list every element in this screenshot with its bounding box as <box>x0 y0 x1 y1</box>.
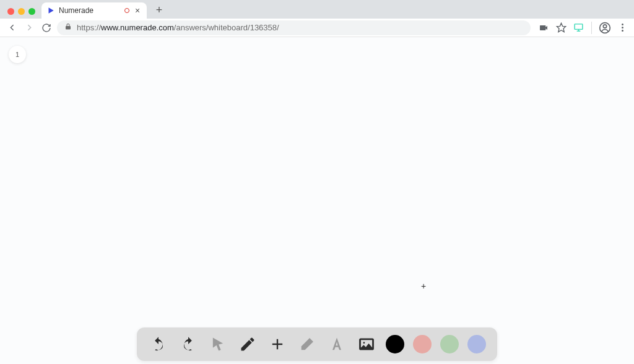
nav-back-button[interactable] <box>5 21 19 35</box>
add-tool-button[interactable] <box>267 334 288 355</box>
browser-menu-button[interactable] <box>615 24 629 32</box>
favicon-icon <box>46 6 55 15</box>
whiteboard-canvas[interactable]: 1 + <box>0 37 634 364</box>
redo-button[interactable] <box>178 334 199 355</box>
nav-reload-button[interactable] <box>40 21 53 35</box>
camera-icon[interactable] <box>537 21 550 35</box>
whiteboard-toolbar <box>137 327 497 361</box>
color-green-swatch[interactable] <box>440 335 459 353</box>
url-host: www.numerade.com <box>101 23 174 32</box>
text-tool-button[interactable] <box>326 334 347 355</box>
window-close-button[interactable] <box>7 8 14 15</box>
page-number-label: 1 <box>15 51 19 58</box>
color-blue-swatch[interactable] <box>467 335 486 353</box>
page-number-badge[interactable]: 1 <box>9 46 26 63</box>
star-icon[interactable] <box>554 21 568 35</box>
pointer-tool-button[interactable] <box>207 334 228 355</box>
address-bar: https://www.numerade.com/answers/whitebo… <box>0 19 634 37</box>
svg-marker-0 <box>49 7 54 13</box>
tab-strip: Numerade × + <box>0 0 634 19</box>
color-red-swatch[interactable] <box>413 335 432 353</box>
profile-icon[interactable] <box>598 21 612 35</box>
url-scheme: https:// <box>77 23 101 32</box>
recording-indicator-icon <box>124 8 129 13</box>
toolbar-divider <box>591 22 592 34</box>
tab-title: Numerade <box>59 6 121 15</box>
svg-point-6 <box>603 24 606 27</box>
color-black-swatch[interactable] <box>386 335 404 353</box>
svg-rect-2 <box>575 24 583 30</box>
lock-icon <box>64 23 72 32</box>
url-path: /answers/whiteboard/136358/ <box>174 23 279 32</box>
extensions-group <box>537 21 629 35</box>
browser-tab[interactable]: Numerade × <box>41 2 147 19</box>
crosshair-cursor-icon: + <box>421 281 426 291</box>
url-input[interactable]: https://www.numerade.com/answers/whitebo… <box>57 20 531 35</box>
window-minimize-button[interactable] <box>18 8 25 15</box>
window-fullscreen-button[interactable] <box>28 8 35 15</box>
svg-marker-1 <box>557 23 565 32</box>
screen-share-icon[interactable] <box>571 21 585 35</box>
pencil-tool-button[interactable] <box>237 334 258 355</box>
nav-forward-button[interactable] <box>22 21 36 35</box>
tab-close-button[interactable]: × <box>133 6 142 15</box>
url-text: https://www.numerade.com/answers/whitebo… <box>77 23 279 32</box>
window-controls <box>4 8 41 19</box>
eraser-tool-button[interactable] <box>297 334 318 355</box>
undo-button[interactable] <box>148 334 169 355</box>
new-tab-button[interactable]: + <box>152 2 167 17</box>
svg-point-8 <box>363 342 365 344</box>
image-tool-button[interactable] <box>356 334 377 355</box>
